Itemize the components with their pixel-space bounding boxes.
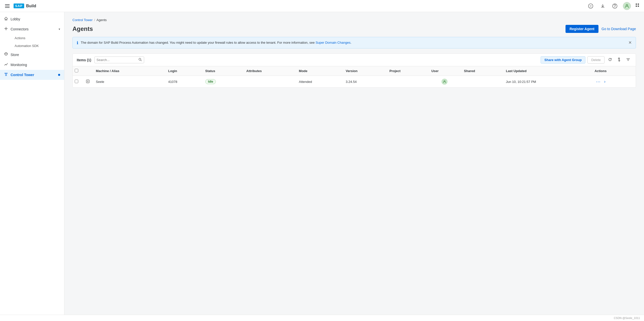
sort-button[interactable] [616,57,623,64]
info-icon: ℹ [77,40,78,45]
search-icon[interactable] [138,58,142,62]
sidebar-item-monitoring[interactable]: Monitoring [0,60,64,70]
breadcrumb-separator: / [94,18,95,22]
sidebar-store-label: Store [11,53,19,57]
sidebar-lobby-label: Lobby [11,17,20,21]
download-icon[interactable] [599,2,607,10]
user-avatar[interactable] [623,2,631,10]
share-with-agent-group-button[interactable]: Share with Agent Group [541,56,585,64]
items-count: Items (1) [77,58,91,62]
svg-rect-4 [638,4,639,5]
status-badge: Idle [205,79,216,84]
breadcrumb: Control Tower / Agents [72,18,636,22]
sap-logo: SAP Build [14,4,36,8]
monitoring-icon [4,62,8,67]
store-icon [4,52,8,57]
filter-button[interactable] [625,57,632,64]
footer-text: CSDN @Seele_1011 [614,316,640,319]
refresh-button[interactable] [607,57,614,64]
feedback-icon[interactable] [587,2,595,10]
row-mode: Attended [296,76,343,88]
sidebar-item-actions[interactable]: Actions [11,34,64,42]
header-machine: Machine / Alias [93,66,165,76]
sidebar-item-lobby[interactable]: Lobby [0,14,64,24]
register-agent-button[interactable]: Register Agent [566,25,598,33]
row-more-actions-button[interactable]: ⋯ [594,78,602,85]
connectors-chevron: ▾ [59,27,60,31]
lobby-icon [4,17,8,22]
sidebar-item-connectors[interactable]: Connectors ▾ [0,24,64,34]
app-grid-icon[interactable] [635,3,640,9]
search-input[interactable] [97,58,137,62]
header-status: Status [202,66,243,76]
header-mode: Mode [296,66,343,76]
row-checkbox[interactable] [75,80,78,83]
row-last-updated: Jun 10, 10:21:57 PM [503,76,592,88]
header-login: Login [165,66,202,76]
banner-link[interactable]: Super Domain Changes [315,41,350,44]
svg-point-11 [139,58,141,60]
row-user [428,76,461,88]
svg-point-0 [588,4,593,8]
row-version: 3.24.54 [343,76,386,88]
sidebar-connectors-label: Connectors [11,27,29,31]
page-actions: Register Agent Go to Download Page [566,25,636,33]
header-project: Project [386,66,428,76]
info-banner: ℹ The domain for SAP Build Process Autom… [72,37,636,48]
header-right [587,2,640,10]
sidebar-item-store[interactable]: Store [0,50,64,60]
sidebar-item-control-tower[interactable]: Control Tower [0,70,64,80]
svg-point-7 [6,28,7,29]
header-checkbox-col [73,66,83,76]
banner-text: The domain for SAP Build Process Automat… [81,40,626,45]
row-expand-button[interactable]: › [603,79,606,84]
header-version: Version [343,66,386,76]
header-icon-col [83,66,93,76]
toolbar-right: Share with Agent Group Delete [541,56,632,64]
row-type-icon-cell [83,76,93,88]
download-page-link[interactable]: Go to Download Page [601,27,636,31]
header-last-updated: Last Updated [503,66,592,76]
page-header: Agents Register Agent Go to Download Pag… [72,25,636,33]
control-tower-icon [4,72,8,77]
toolbar-left: Items (1) [77,57,144,63]
svg-rect-6 [638,6,639,7]
svg-rect-5 [636,6,637,7]
search-box [94,57,144,63]
sidebar-connectors-sub: Actions Automation SDK [0,34,64,50]
banner-close-button[interactable]: ✕ [628,40,632,45]
sap-logo-box: SAP [14,4,24,8]
main-content: Control Tower / Agents Agents Register A… [64,12,644,315]
svg-rect-3 [636,4,637,5]
breadcrumb-current: Agents [97,18,107,22]
layout: Lobby Connectors ▾ Actions Automation SD… [0,12,644,315]
row-status: Idle [202,76,243,88]
table-header-row: Machine / Alias Login Status Attributes … [73,66,636,76]
help-icon[interactable] [611,2,619,10]
row-checkbox-cell [73,76,83,88]
connectors-icon [4,27,8,32]
select-all-checkbox[interactable] [75,69,78,72]
footer: CSDN @Seele_1011 [0,315,644,321]
header-shared: Shared [461,66,503,76]
app-title: Build [26,4,36,8]
header-left: SAP Build [4,3,36,9]
app-header: SAP Build [0,0,644,12]
user-avatar-small [441,79,448,85]
sidebar: Lobby Connectors ▾ Actions Automation SD… [0,12,64,315]
table-toolbar: Items (1) Share with Agent Group Delete [73,54,636,66]
svg-point-9 [6,55,7,56]
header-actions: Actions [591,66,636,76]
sidebar-item-automation-sdk[interactable]: Automation SDK [11,42,64,50]
row-attributes [243,76,296,88]
control-tower-dot [58,74,60,76]
page-title: Agents [72,25,93,32]
header-attributes: Attributes [243,66,296,76]
hamburger-menu[interactable] [4,3,11,9]
agents-table: Machine / Alias Login Status Attributes … [73,66,636,87]
sidebar-control-tower-label: Control Tower [11,73,34,77]
breadcrumb-parent[interactable]: Control Tower [72,18,93,22]
row-shared [461,76,503,88]
row-project [386,76,428,88]
agents-table-container: Items (1) Share with Agent Group Delete [72,54,636,88]
